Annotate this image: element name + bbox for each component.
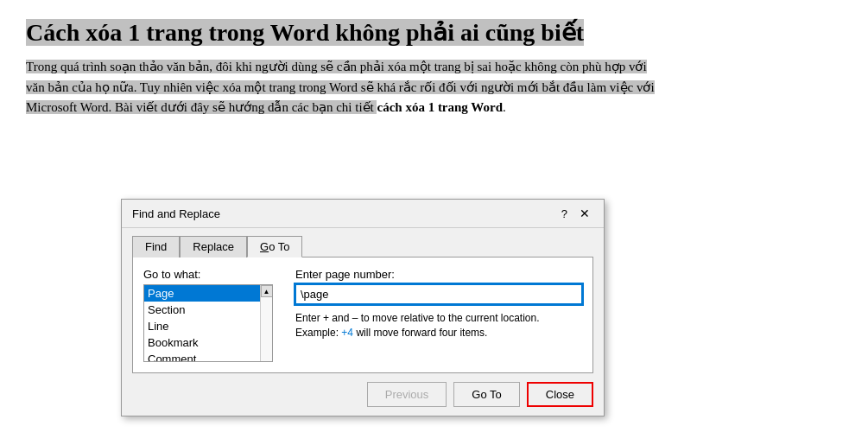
listbox-item-line[interactable]: Line xyxy=(144,318,272,334)
dialog-tabs: Find Replace Go To xyxy=(122,228,604,257)
dialog-titlebar: Find and Replace ? ✕ xyxy=(122,200,604,228)
left-panel: Go to what: Page Section Line Bookmark C… xyxy=(143,268,282,362)
enter-page-label: Enter page number: xyxy=(295,268,582,281)
tab-replace[interactable]: Replace xyxy=(180,236,247,257)
doc-body-text: Trong quá trình soạn thảo văn bản, đôi k… xyxy=(26,60,655,114)
listbox-items: Page Section Line Bookmark Comment Footn… xyxy=(144,285,272,362)
help-button[interactable]: ? xyxy=(558,207,571,220)
previous-button[interactable]: Previous xyxy=(367,382,447,407)
hint-text-after: will move forward four items. xyxy=(353,327,487,339)
doc-body-highlighted: Trong quá trình soạn thảo văn bản, đôi k… xyxy=(26,60,655,114)
listbox-item-comment[interactable]: Comment xyxy=(144,351,272,362)
titlebar-controls: ? ✕ xyxy=(558,207,593,220)
tab-find-label: Find xyxy=(145,240,167,253)
close-icon[interactable]: ✕ xyxy=(576,207,593,220)
dialog-footer: Previous Go To Close xyxy=(122,373,604,416)
document-area: Cách xóa 1 trang trong Word không phải a… xyxy=(0,0,868,445)
tab-goto[interactable]: Go To xyxy=(247,236,302,257)
tab-replace-label: Replace xyxy=(193,240,234,253)
goto-what-label: Go to what: xyxy=(143,268,282,281)
doc-title: Cách xóa 1 trang trong Word không phải a… xyxy=(26,19,584,46)
doc-body-bold: cách xóa 1 trang Word xyxy=(377,100,503,114)
goto-button[interactable]: Go To xyxy=(453,382,519,407)
listbox-item-bookmark[interactable]: Bookmark xyxy=(144,334,272,351)
dialog-title: Find and Replace xyxy=(132,207,220,220)
goto-listbox[interactable]: Page Section Line Bookmark Comment Footn… xyxy=(143,284,273,362)
doc-title-block: Cách xóa 1 trang trong Word không phải a… xyxy=(26,17,842,48)
listbox-scrollbar: ▲ ▼ xyxy=(260,285,272,362)
page-number-input[interactable] xyxy=(295,284,582,304)
doc-body: Trong quá trình soạn thảo văn bản, đôi k… xyxy=(26,57,665,118)
tab-goto-label: Go To xyxy=(260,240,289,253)
listbox-items-wrap: Page Section Line Bookmark Comment Footn… xyxy=(144,285,272,362)
close-button[interactable]: Close xyxy=(527,382,593,407)
find-replace-dialog: Find and Replace ? ✕ Find Replace Go To … xyxy=(121,199,605,416)
right-panel: Enter page number: Enter + and – to move… xyxy=(295,268,582,362)
scrollbar-up-button[interactable]: ▲ xyxy=(261,285,273,297)
hint-text: Enter + and – to move relative to the cu… xyxy=(295,311,582,340)
listbox-item-section[interactable]: Section xyxy=(144,302,272,318)
listbox-item-page[interactable]: Page xyxy=(144,285,272,302)
scrollbar-track xyxy=(261,297,272,362)
tab-find[interactable]: Find xyxy=(132,236,180,257)
hint-blue: +4 xyxy=(341,327,353,339)
dialog-body: Go to what: Page Section Line Bookmark C… xyxy=(132,257,593,373)
